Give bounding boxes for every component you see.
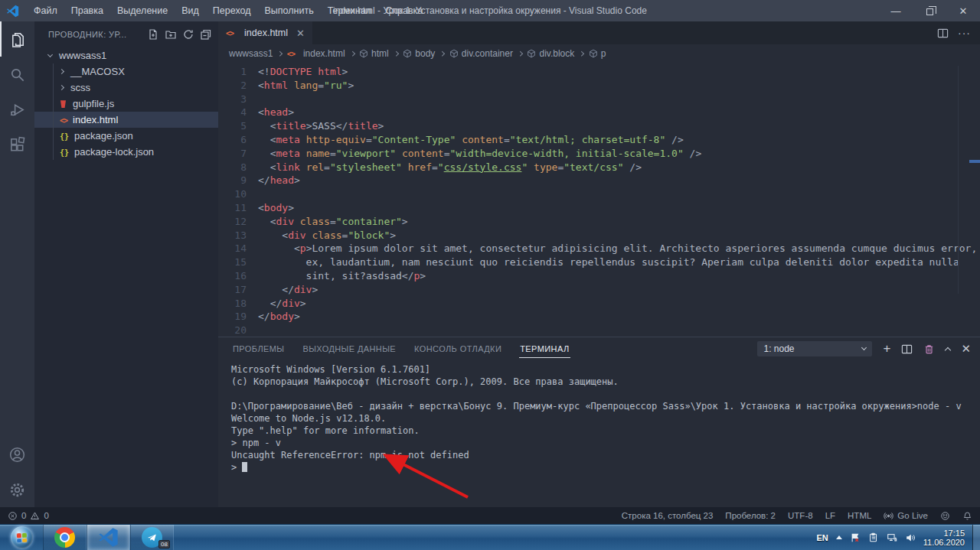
tab-close-icon[interactable]: ✕ [296, 28, 305, 39]
vscode-window: ФайлПравкаВыделениеВидПереходВыполнитьТе… [0, 0, 980, 550]
settings-gear-icon[interactable] [0, 472, 34, 507]
new-terminal-icon[interactable]: + [883, 341, 890, 356]
maximize-panel-icon[interactable] [945, 347, 951, 353]
taskbar-vscode-button[interactable] [87, 525, 130, 550]
cursor-position[interactable]: Строка 16, столбец 23 [622, 511, 714, 520]
indent-guide [53, 63, 54, 160]
panel-tab-item[interactable]: ПРОБЛЕМЫ [232, 340, 285, 358]
breadcrumb-item[interactable]: index.html [287, 48, 345, 59]
network-icon[interactable] [887, 532, 897, 543]
terminal-line: > npm - v [231, 437, 980, 449]
tree-item[interactable]: index.html [34, 112, 218, 128]
tree-item[interactable]: package.json [34, 128, 218, 144]
show-hidden-icons-caret[interactable] [836, 535, 842, 539]
warnings-count: 0 [44, 511, 48, 520]
new-folder-icon[interactable] [165, 28, 177, 41]
panel-tab-item[interactable]: КОНСОЛЬ ОТЛАДКИ [413, 340, 502, 358]
panel-tab-item[interactable]: ВЫХОДНЫЕ ДАННЫЕ [302, 340, 397, 358]
code-line: 12 <div class="container"> [218, 215, 980, 229]
language-mode[interactable]: HTML [848, 511, 871, 520]
new-file-icon[interactable] [147, 28, 159, 41]
refresh-icon[interactable] [182, 28, 194, 41]
telegram-badge: 08 [158, 540, 170, 548]
language-indicator[interactable]: EN [816, 533, 828, 542]
more-actions-icon[interactable]: ··· [958, 27, 971, 39]
restore-button[interactable] [913, 0, 946, 21]
breadcrumb-separator-icon [277, 51, 282, 56]
kill-terminal-trash-icon[interactable] [923, 343, 935, 355]
code-text: </div> [258, 297, 306, 311]
run-debug-icon[interactable] [0, 92, 34, 127]
taskbar-clock[interactable]: 17:15 11.06.2020 [923, 529, 969, 547]
menu-item[interactable]: Выделение [110, 0, 175, 21]
errors-icon[interactable] [8, 511, 18, 521]
feedback-smiley-icon[interactable] [940, 511, 950, 521]
breadcrumb-item[interactable]: html [359, 48, 389, 59]
menu-item[interactable]: Переход [206, 0, 258, 21]
breadcrumb-item[interactable]: div.container [449, 48, 513, 59]
tab-index-html[interactable]: index.html ✕ [218, 21, 312, 44]
tree-item-label: package.json [74, 130, 133, 142]
action-center-flag-icon[interactable] [850, 532, 861, 543]
code-editor[interactable]: 1<!DOCTYPE html>2<html lang="ru">34<head… [218, 63, 980, 337]
collapse-all-icon[interactable] [200, 28, 212, 41]
indentation[interactable]: Пробелов: 2 [725, 511, 776, 520]
breadcrumb-item[interactable]: body [403, 48, 435, 59]
split-terminal-icon[interactable] [901, 343, 913, 355]
tree-item[interactable]: package-lock.json [34, 144, 218, 160]
terminal-selector-dropdown[interactable]: 1: node [757, 341, 872, 356]
overview-ruler-marker[interactable] [969, 160, 980, 163]
account-icon[interactable] [0, 437, 34, 472]
start-button[interactable] [0, 525, 43, 550]
line-number: 15 [218, 255, 258, 269]
panel-tab-active[interactable]: ТЕРМИНАЛ [519, 340, 570, 358]
menu-item[interactable]: Выполнить [258, 0, 321, 21]
bottom-panel: ПРОБЛЕМЫВЫХОДНЫЕ ДАННЫЕКОНСОЛЬ ОТЛАДКИТЕ… [218, 337, 980, 507]
encoding[interactable]: UTF-8 [788, 511, 813, 520]
terminal-output[interactable]: Microsoft Windows [Version 6.1.7601](c) … [218, 360, 980, 507]
tray-app-icon[interactable] [868, 532, 879, 543]
gulpfile-icon [60, 99, 66, 108]
menu-item[interactable]: Файл [27, 0, 64, 21]
code-line: 18 </div> [218, 297, 980, 311]
go-live-button[interactable]: Go Live [884, 511, 928, 521]
split-editor-icon[interactable] [937, 28, 949, 39]
menu-item[interactable]: Правка [64, 0, 110, 21]
warnings-icon[interactable] [30, 511, 40, 521]
tree-root-folder[interactable]: wwwsass1 [34, 47, 218, 63]
restore-icon [926, 8, 933, 15]
breadcrumb-item[interactable]: wwwsass1 [229, 48, 273, 59]
breadcrumb-item[interactable]: div.block [527, 48, 574, 59]
show-desktop-button[interactable] [972, 525, 980, 550]
close-button[interactable]: ✕ [946, 0, 980, 21]
taskbar-telegram-button[interactable]: 08 [130, 525, 174, 550]
errors-count: 0 [21, 511, 26, 520]
notifications-bell-icon[interactable] [962, 511, 972, 521]
code-line: 4<head> [218, 106, 980, 119]
menu-item[interactable]: Вид [175, 0, 206, 21]
close-panel-icon[interactable]: ✕ [961, 342, 971, 356]
code-line: 16 sint, sit?asdsad</p> [218, 269, 980, 283]
extensions-icon[interactable] [0, 127, 34, 162]
tree-item[interactable]: __MACOSX [34, 63, 218, 80]
breadcrumb-item[interactable]: p [589, 48, 606, 59]
eol-sequence[interactable]: LF [825, 511, 835, 520]
tree-item[interactable]: gulpfile.js [34, 96, 218, 112]
explorer-icon[interactable] [0, 21, 34, 57]
editor-group: index.html ✕ ··· wwwsass1index.htmlhtmlb… [218, 21, 980, 507]
line-number: 19 [218, 310, 258, 324]
search-icon[interactable] [0, 57, 34, 92]
line-number: 1 [218, 65, 258, 79]
taskbar-chrome-button[interactable] [43, 525, 87, 550]
volume-icon[interactable] [905, 532, 916, 543]
minimize-button[interactable]: — [879, 0, 913, 21]
tree-item[interactable]: scss [34, 80, 218, 96]
terminal-cursor [242, 462, 247, 472]
go-live-label: Go Live [897, 511, 928, 520]
line-number: 11 [218, 201, 258, 215]
chevron-down-icon [47, 51, 53, 57]
code-text: <head> [258, 106, 294, 119]
breadcrumb-label: html [371, 48, 389, 59]
line-number: 6 [218, 133, 258, 147]
tree-item-label: index.html [73, 114, 118, 125]
